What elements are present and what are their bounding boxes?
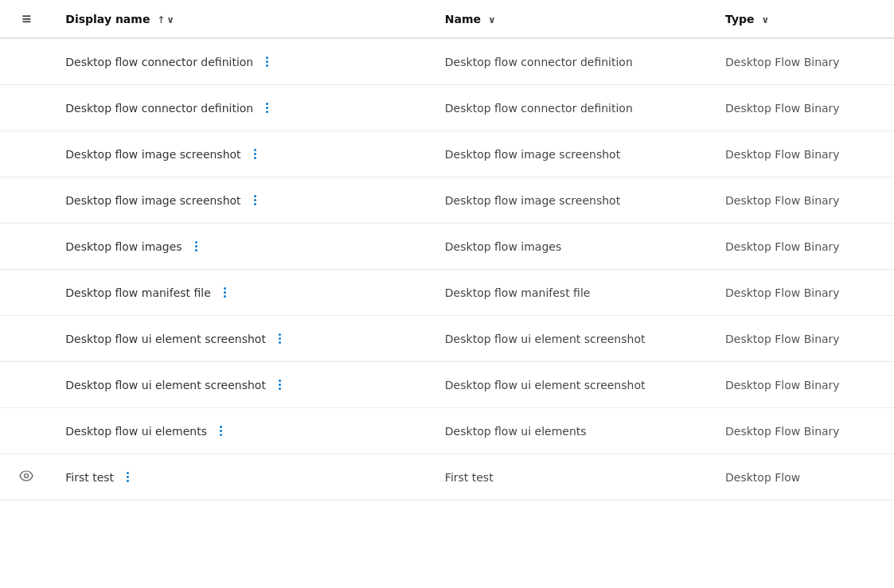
display-name-cell: Desktop flow images xyxy=(53,224,432,270)
table-row: Desktop flow imagesDesktop flow imagesDe… xyxy=(0,224,894,270)
table-header-row: ≡ Display name ↑ ∨ Name ∨ Type xyxy=(0,0,894,38)
name-cell: Desktop flow ui elements xyxy=(432,408,712,454)
display-name-cell: First test xyxy=(53,454,432,500)
name-sort-icons: ∨ xyxy=(488,14,496,25)
row-icon-cell xyxy=(0,177,53,224)
type-cell: Desktop Flow Binary xyxy=(712,38,894,85)
name-sort-desc-icon[interactable]: ∨ xyxy=(488,14,496,25)
type-cell: Desktop Flow Binary xyxy=(712,316,894,362)
type-cell: Desktop Flow Binary xyxy=(712,224,894,270)
name-cell: First test xyxy=(432,454,712,500)
table-container: ≡ Display name ↑ ∨ Name ∨ Type xyxy=(0,0,894,588)
type-sort-icons: ∨ xyxy=(761,14,769,25)
display-name-cell: Desktop flow image screenshot xyxy=(53,131,432,177)
col-name-label: Name xyxy=(445,13,481,25)
table-row: Desktop flow manifest fileDesktop flow m… xyxy=(0,270,894,316)
table-row: Desktop flow image screenshotDesktop flo… xyxy=(0,177,894,224)
col-display-name-label: Display name xyxy=(65,13,150,25)
data-table: ≡ Display name ↑ ∨ Name ∨ Type xyxy=(0,0,894,500)
display-name-text: Desktop flow images xyxy=(65,240,182,253)
more-options-icon[interactable] xyxy=(190,238,202,255)
more-options-icon[interactable] xyxy=(215,423,227,439)
row-icon-cell xyxy=(0,131,53,177)
row-icon-cell xyxy=(0,408,53,454)
row-icon-cell xyxy=(0,454,53,500)
row-icon-cell xyxy=(0,316,53,362)
more-options-icon[interactable] xyxy=(261,99,273,116)
display-name-cell: Desktop flow manifest file xyxy=(53,270,432,316)
name-cell: Desktop flow ui element screenshot xyxy=(432,316,712,362)
display-name-cell: Desktop flow image screenshot xyxy=(53,177,432,224)
col-type-label: Type xyxy=(725,13,755,25)
display-name-text: Desktop flow ui elements xyxy=(65,425,207,438)
name-cell: Desktop flow connector definition xyxy=(432,38,712,85)
table-body: Desktop flow connector definitionDesktop… xyxy=(0,38,894,500)
type-cell: Desktop Flow Binary xyxy=(712,408,894,454)
table-row: Desktop flow ui element screenshotDeskto… xyxy=(0,362,894,408)
col-header-type: Type ∨ xyxy=(712,0,894,38)
table-row: First testFirst testDesktop Flow xyxy=(0,454,894,500)
name-cell: Desktop flow image screenshot xyxy=(432,177,712,224)
col-header-name: Name ∨ xyxy=(432,0,712,38)
filter-icon[interactable]: ≡ xyxy=(21,11,31,26)
name-cell: Desktop flow connector definition xyxy=(432,85,712,131)
type-cell: Desktop Flow Binary xyxy=(712,85,894,131)
display-name-text: Desktop flow manifest file xyxy=(65,286,211,299)
more-options-icon[interactable] xyxy=(219,284,231,301)
more-options-icon[interactable] xyxy=(274,330,286,347)
type-sort-desc-icon[interactable]: ∨ xyxy=(761,14,769,25)
sort-asc-icon[interactable]: ↑ xyxy=(157,14,165,25)
display-name-text: Desktop flow image screenshot xyxy=(65,148,240,161)
type-cell: Desktop Flow xyxy=(712,454,894,500)
more-options-icon[interactable] xyxy=(274,376,286,393)
more-options-icon[interactable] xyxy=(122,469,134,485)
row-icon-cell xyxy=(0,85,53,131)
display-name-cell: Desktop flow ui elements xyxy=(53,408,432,454)
row-icon-cell xyxy=(0,362,53,408)
type-cell: Desktop Flow Binary xyxy=(712,177,894,224)
table-row: Desktop flow connector definitionDesktop… xyxy=(0,38,894,85)
col-header-display-name: Display name ↑ ∨ xyxy=(53,0,432,38)
display-name-cell: Desktop flow ui element screenshot xyxy=(53,316,432,362)
type-cell: Desktop Flow Binary xyxy=(712,362,894,408)
name-cell: Desktop flow ui element screenshot xyxy=(432,362,712,408)
display-name-cell: Desktop flow ui element screenshot xyxy=(53,362,432,408)
row-icon-cell xyxy=(0,270,53,316)
more-options-icon[interactable] xyxy=(261,53,273,70)
table-row: Desktop flow image screenshotDesktop flo… xyxy=(0,131,894,177)
name-cell: Desktop flow images xyxy=(432,224,712,270)
display-name-cell: Desktop flow connector definition xyxy=(53,38,432,85)
type-cell: Desktop Flow Binary xyxy=(712,131,894,177)
display-name-sort-icons: ↑ ∨ xyxy=(157,14,174,25)
row-icon-cell xyxy=(0,38,53,85)
name-cell: Desktop flow manifest file xyxy=(432,270,712,316)
display-name-text: Desktop flow ui element screenshot xyxy=(65,333,266,345)
sort-desc-icon[interactable]: ∨ xyxy=(166,14,174,25)
svg-point-0 xyxy=(25,474,29,478)
more-options-icon[interactable] xyxy=(249,192,261,208)
row-icon-cell xyxy=(0,224,53,270)
display-name-text: First test xyxy=(65,471,114,484)
display-name-text: Desktop flow image screenshot xyxy=(65,194,240,207)
display-name-text: Desktop flow connector definition xyxy=(65,56,253,68)
display-name-text: Desktop flow connector definition xyxy=(65,102,253,115)
table-row: Desktop flow ui element screenshotDeskto… xyxy=(0,316,894,362)
name-cell: Desktop flow image screenshot xyxy=(432,131,712,177)
table-row: Desktop flow connector definitionDesktop… xyxy=(0,85,894,131)
display-name-text: Desktop flow ui element screenshot xyxy=(65,379,266,391)
display-name-cell: Desktop flow connector definition xyxy=(53,85,432,131)
type-cell: Desktop Flow Binary xyxy=(712,270,894,316)
table-row: Desktop flow ui elementsDesktop flow ui … xyxy=(0,408,894,454)
more-options-icon[interactable] xyxy=(249,146,261,162)
eye-icon xyxy=(19,469,33,485)
col-header-icon: ≡ xyxy=(0,0,53,38)
